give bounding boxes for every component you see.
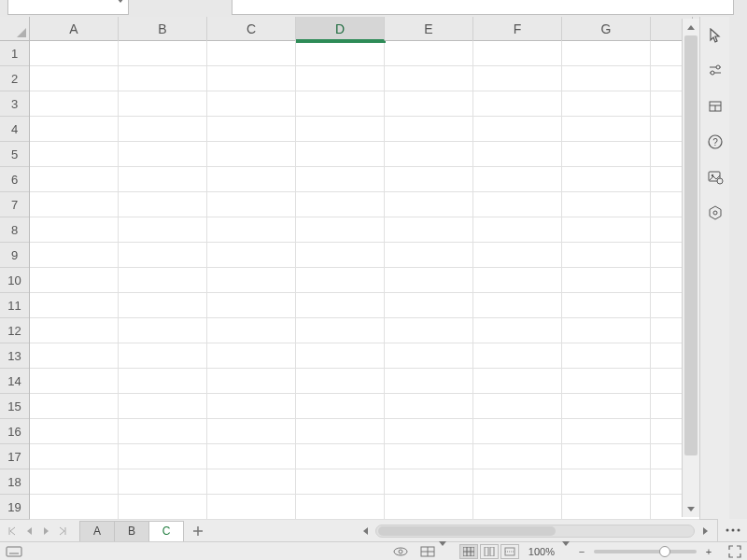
cell[interactable] xyxy=(473,444,562,469)
cell[interactable] xyxy=(296,419,385,444)
cell[interactable] xyxy=(207,66,296,91)
cell[interactable] xyxy=(119,192,207,217)
cell[interactable] xyxy=(119,394,207,419)
layout-icon[interactable] xyxy=(706,97,725,116)
cell[interactable] xyxy=(119,217,207,243)
cell[interactable] xyxy=(119,142,207,167)
cell[interactable] xyxy=(207,343,296,369)
cell[interactable] xyxy=(207,41,296,66)
row-header-9[interactable]: 9 xyxy=(0,243,29,268)
cell[interactable] xyxy=(296,243,385,268)
cell[interactable] xyxy=(385,192,473,217)
cell[interactable] xyxy=(562,495,651,520)
cell[interactable] xyxy=(296,91,385,117)
scroll-up-icon[interactable] xyxy=(683,20,699,35)
cell[interactable] xyxy=(207,91,296,117)
grid-mode-icon[interactable] xyxy=(420,546,446,557)
cell[interactable] xyxy=(385,394,473,419)
cell[interactable] xyxy=(119,495,207,520)
cell[interactable] xyxy=(207,369,296,394)
cell[interactable] xyxy=(385,369,473,394)
settings-lines-icon[interactable] xyxy=(706,62,725,80)
cell[interactable] xyxy=(30,167,119,192)
sheet-tab-a[interactable]: A xyxy=(79,521,115,541)
formula-input[interactable] xyxy=(232,0,734,15)
cell[interactable] xyxy=(562,217,651,243)
cell[interactable] xyxy=(30,343,119,369)
column-header-e[interactable]: E xyxy=(385,17,473,41)
cell[interactable] xyxy=(473,142,562,167)
zoom-slider[interactable] xyxy=(594,550,697,553)
cell[interactable] xyxy=(207,469,296,495)
row-header-11[interactable]: 11 xyxy=(0,293,29,318)
tab-nav-next[interactable] xyxy=(37,523,54,539)
row-header-4[interactable]: 4 xyxy=(0,117,29,142)
cell[interactable] xyxy=(473,243,562,268)
cell[interactable] xyxy=(119,419,207,444)
cell[interactable] xyxy=(385,469,473,495)
cell[interactable] xyxy=(562,469,651,495)
cell[interactable] xyxy=(385,167,473,192)
cell[interactable] xyxy=(385,318,473,343)
cell[interactable] xyxy=(207,268,296,293)
cell[interactable] xyxy=(385,495,473,520)
cell[interactable] xyxy=(562,243,651,268)
column-header-a[interactable]: A xyxy=(30,17,119,41)
cell[interactable] xyxy=(473,394,562,419)
cell[interactable] xyxy=(119,41,207,66)
cell[interactable] xyxy=(296,268,385,293)
row-header-13[interactable]: 13 xyxy=(0,343,29,369)
cell[interactable] xyxy=(30,469,119,495)
cell[interactable] xyxy=(207,243,296,268)
cell[interactable] xyxy=(119,444,207,469)
cell[interactable] xyxy=(296,444,385,469)
column-header-b[interactable]: B xyxy=(119,17,207,41)
tab-nav-prev[interactable] xyxy=(21,523,37,539)
view-page-layout-button[interactable] xyxy=(480,544,499,559)
cell[interactable] xyxy=(562,66,651,91)
cell[interactable] xyxy=(562,268,651,293)
row-header-18[interactable]: 18 xyxy=(0,469,29,495)
cell[interactable] xyxy=(207,117,296,142)
cell[interactable] xyxy=(296,217,385,243)
cell[interactable] xyxy=(385,293,473,318)
zoom-in-button[interactable]: + xyxy=(702,545,715,558)
cell[interactable] xyxy=(119,91,207,117)
select-all-corner[interactable] xyxy=(0,17,30,41)
cell[interactable] xyxy=(119,343,207,369)
cell[interactable] xyxy=(385,343,473,369)
cell[interactable] xyxy=(562,394,651,419)
cell[interactable] xyxy=(30,394,119,419)
cell[interactable] xyxy=(562,91,651,117)
cell[interactable] xyxy=(473,192,562,217)
cell[interactable] xyxy=(473,469,562,495)
cell[interactable] xyxy=(119,117,207,142)
cell[interactable] xyxy=(207,192,296,217)
cell[interactable] xyxy=(30,41,119,66)
zoom-slider-knob[interactable] xyxy=(659,546,670,557)
cell[interactable] xyxy=(473,293,562,318)
cell[interactable] xyxy=(30,243,119,268)
fullscreen-icon[interactable] xyxy=(728,545,741,558)
cell[interactable] xyxy=(119,167,207,192)
tab-nav-last[interactable] xyxy=(54,523,71,539)
cell[interactable] xyxy=(207,167,296,192)
cell[interactable] xyxy=(473,167,562,192)
row-header-10[interactable]: 10 xyxy=(0,268,29,293)
cell[interactable] xyxy=(30,142,119,167)
cell[interactable] xyxy=(473,66,562,91)
cell[interactable] xyxy=(30,117,119,142)
cell[interactable] xyxy=(473,41,562,66)
cell[interactable] xyxy=(385,91,473,117)
cell[interactable] xyxy=(385,66,473,91)
tab-nav-first[interactable] xyxy=(4,523,21,539)
cell[interactable] xyxy=(473,369,562,394)
cell[interactable] xyxy=(562,192,651,217)
cells-area[interactable] xyxy=(30,41,699,519)
name-box[interactable] xyxy=(7,0,129,15)
cell[interactable] xyxy=(296,469,385,495)
cell[interactable] xyxy=(207,394,296,419)
scroll-left-icon[interactable] xyxy=(359,525,372,538)
vscroll-track[interactable] xyxy=(684,35,698,500)
row-header-8[interactable]: 8 xyxy=(0,217,29,243)
